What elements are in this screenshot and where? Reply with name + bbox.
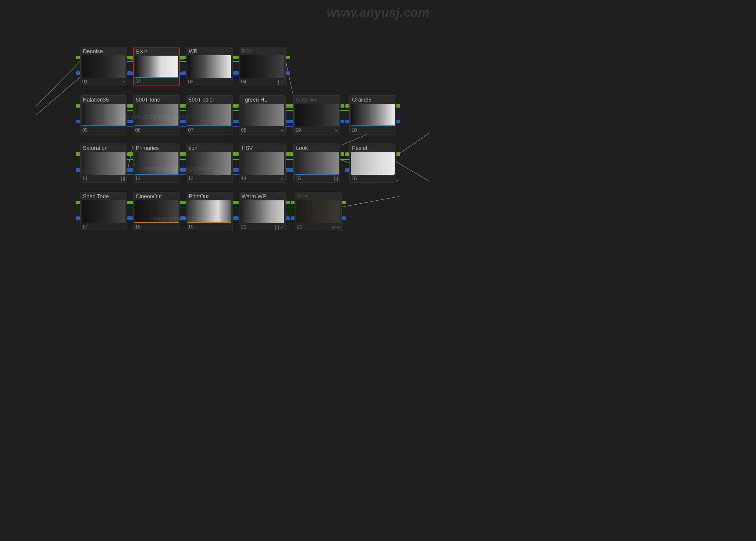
node-label: PrintOut [186,192,233,201]
input-blue [235,71,239,75]
node-thumbnail [82,201,125,223]
output-green [396,104,400,108]
node-label: 500T tone [133,96,180,104]
node-number: 09 [295,128,334,133]
node-wb[interactable]: WB 03 [186,47,233,86]
node-thumbnail [135,152,178,175]
input-green [182,201,186,204]
input-blue [182,120,186,123]
node-pastel[interactable]: Pastel 16 [349,144,396,183]
node-label: Halation35 [80,96,127,104]
input-blue [76,71,80,75]
input-green [235,104,239,108]
input-green [182,104,186,108]
node-label: HSV [239,144,285,152]
output-green [396,152,400,156]
bar-icon: ▐▐ [333,177,338,181]
input-green [76,152,80,156]
x-circle-icon: ⊗ [332,225,335,230]
node-thumbnail [187,152,231,175]
output-blue [341,120,344,123]
input-blue [235,217,239,220]
node-number: 04 [241,79,275,85]
input-green [235,201,239,204]
bar-icon: ▐▐ [274,225,279,230]
node-number: 18 [135,224,178,230]
node-dust[interactable]: Dust 21 ⊗ ◎ [295,192,342,231]
node-500t-tone[interactable]: 500T tone 06 [133,95,180,135]
node-label: Shad Tone [80,192,127,201]
node-thumbnail [187,104,231,126]
output-blue [286,71,290,75]
input-blue [129,72,133,75]
node-thumbnail [240,55,284,78]
output-green [286,201,290,204]
node-500t-color[interactable]: 500T color 07 [186,95,233,135]
input-green [345,104,349,108]
node-shad-tone[interactable]: Shad Tone 17 ⁄ [80,192,127,231]
node-denoise[interactable]: Denoise 01 ≡ [80,47,127,86]
input-blue [345,168,349,172]
node-label: Gate Wv [294,96,340,104]
node-number: 21 [297,224,331,230]
node-label: Pastel [350,144,396,152]
node-label: - green HL [239,96,285,104]
node-thumbnail [240,201,284,223]
output-green [286,56,290,59]
input-blue [289,120,293,123]
node-number: 19 [188,224,231,230]
node-number: 11 [82,176,118,181]
input-blue [182,71,186,75]
x-circle-icon: ⊗ [335,128,338,133]
node-saturation[interactable]: Saturation 11 ▐▐ [80,144,127,183]
circles-icon: ⊚ [280,177,284,181]
node-green-hl[interactable]: - green HL 08 ⊞ [239,95,286,135]
node-gate-wv[interactable]: Gate Wv 09 ⊗ [293,95,340,135]
input-green [182,56,186,59]
input-blue [291,217,295,220]
node-warm-wp[interactable]: Warm WP 20 ▐▐ ✔ [239,192,286,231]
input-blue [182,168,186,172]
node-thumbnail [351,104,395,126]
svg-line-32 [36,77,80,115]
input-green [235,152,239,156]
node-number: 06 [135,128,178,133]
node-thumbnail [82,55,125,78]
node-look[interactable]: Look 15 ▐▐ [293,144,340,183]
node-label: Denoise [80,47,127,55]
node-number: 13 [188,176,226,181]
input-green [291,201,295,204]
input-green [129,152,133,156]
input-blue [76,120,80,123]
node-number: 16 [351,176,394,181]
node-number: 02 [135,79,178,84]
node-grain35[interactable]: Grain35 10 [349,95,396,135]
node-label: PRE [239,47,285,55]
node-thumbnail [295,104,339,126]
input-green [182,152,186,156]
output-blue [396,120,400,123]
input-blue [345,120,349,123]
node-exp[interactable]: EXP 02 [133,47,180,86]
node-label: EXP [134,47,179,56]
node-number: 15 [295,176,331,181]
node-label: Look [294,144,340,152]
input-blue [235,168,239,172]
node-print-out[interactable]: PrintOut 19 [186,192,233,231]
node-pre[interactable]: PRE 04 ▐ ⊙ [239,47,286,86]
node-con[interactable]: con 13 ⊙ [186,144,233,183]
node-primaries[interactable]: Primaries 12 [133,144,180,183]
node-number: 01 [82,79,121,85]
svg-line-33 [286,61,293,96]
input-blue [76,168,80,172]
node-label: Grain35 [350,96,396,104]
node-halation35[interactable]: Halation35 05 [80,95,127,135]
pattern-icon: ⊞ [280,128,284,133]
input-blue [129,168,133,172]
input-green [345,152,349,156]
node-label: Saturation [80,144,127,152]
node-cineon-out[interactable]: CineonOut 18 [133,192,180,231]
node-hsv[interactable]: HSV 14 ⊚ [239,144,286,183]
input-blue [289,168,293,172]
output-blue [342,217,346,220]
